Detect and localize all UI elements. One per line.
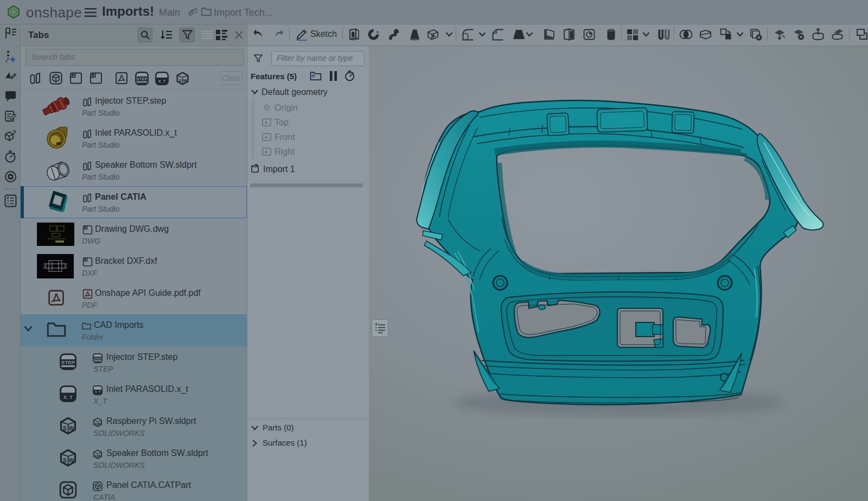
svg-text:?: ? — [12, 130, 16, 136]
